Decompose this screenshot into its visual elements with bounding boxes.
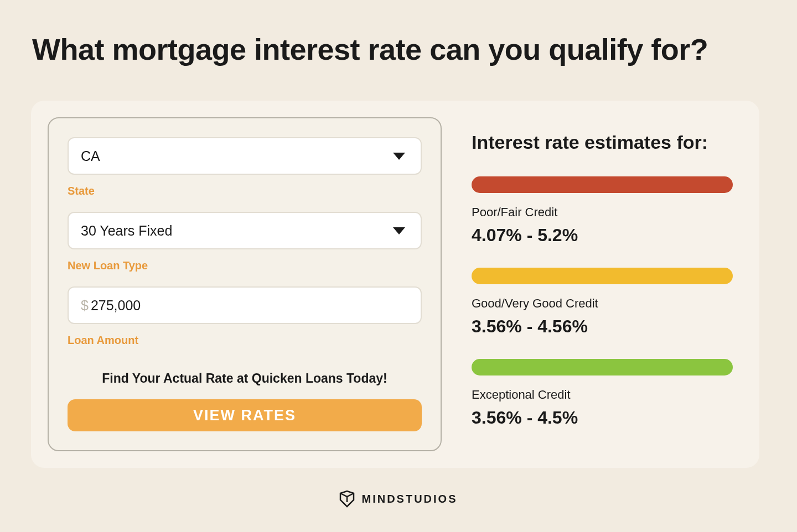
footer: MINDSTUDIOS (0, 490, 797, 508)
rate-bar-poor (472, 176, 733, 193)
loan-type-select-value: 30 Years Fixed (81, 223, 172, 239)
state-field-group: CA State (68, 137, 422, 197)
rate-bar-exceptional (472, 359, 733, 375)
state-select[interactable]: CA (68, 137, 422, 175)
rate-label-poor: Poor/Fair Credit (472, 205, 733, 220)
results-title: Interest rate estimates for: (472, 132, 733, 153)
chevron-down-icon (393, 153, 405, 160)
main-card: CA State 30 Years Fixed New Loan Type $ … (31, 101, 759, 468)
view-rates-button[interactable]: VIEW RATES (68, 399, 422, 431)
rate-value-poor: 4.07% - 5.2% (472, 225, 733, 246)
rate-label-exceptional: Exceptional Credit (472, 388, 733, 402)
rate-bar-good (472, 268, 733, 284)
state-select-value: CA (81, 148, 100, 164)
loan-type-field-group: 30 Years Fixed New Loan Type (68, 212, 422, 272)
rate-value-exceptional: 3.56% - 4.5% (472, 408, 733, 428)
results-panel: Interest rate estimates for: Poor/Fair C… (442, 101, 759, 468)
rate-value-good: 3.56% - 4.56% (472, 316, 733, 337)
loan-amount-label: Loan Amount (68, 334, 422, 347)
mindstudios-logo-icon (339, 490, 355, 508)
loan-amount-input[interactable] (91, 298, 408, 314)
cta-text: Find Your Actual Rate at Quicken Loans T… (68, 371, 422, 386)
rate-item-good: Good/Very Good Credit 3.56% - 4.56% (472, 268, 733, 337)
rate-item-poor: Poor/Fair Credit 4.07% - 5.2% (472, 176, 733, 246)
loan-amount-field-group: $ Loan Amount (68, 286, 422, 347)
footer-brand: MINDSTUDIOS (361, 493, 457, 505)
form-panel: CA State 30 Years Fixed New Loan Type $ … (48, 117, 442, 451)
rate-label-good: Good/Very Good Credit (472, 296, 733, 311)
chevron-down-icon (393, 227, 405, 234)
currency-symbol: $ (81, 298, 89, 314)
page-title: What mortgage interest rate can you qual… (0, 0, 797, 66)
rate-item-exceptional: Exceptional Credit 3.56% - 4.5% (472, 359, 733, 428)
loan-type-label: New Loan Type (68, 259, 422, 272)
loan-type-select[interactable]: 30 Years Fixed (68, 212, 422, 249)
state-label: State (68, 185, 422, 197)
loan-amount-input-box[interactable]: $ (68, 286, 422, 324)
